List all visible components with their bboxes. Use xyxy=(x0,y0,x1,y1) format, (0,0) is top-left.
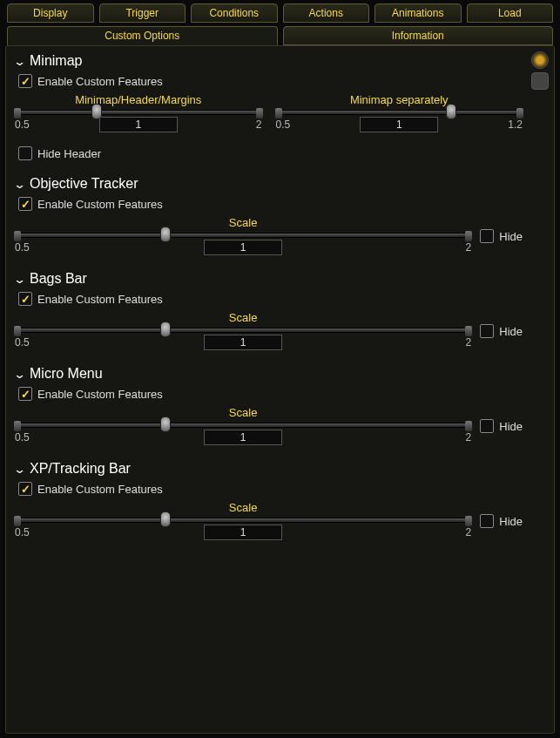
scale-row-micro: Scale 0.5 2 1 Hide xyxy=(15,404,523,445)
slider-value-input[interactable]: 1 xyxy=(99,117,178,132)
scale-row-xp: Scale 0.5 2 1 Hide xyxy=(15,499,523,540)
chevron-down-icon: ⌄ xyxy=(13,368,26,381)
eye-icon[interactable] xyxy=(531,51,549,69)
section-title: Objective Tracker xyxy=(30,176,138,192)
chevron-down-icon: ⌄ xyxy=(13,178,26,191)
tab-animations[interactable]: Animations xyxy=(374,3,462,23)
slider-max: 2 xyxy=(466,526,472,538)
slider-min: 0.5 xyxy=(276,118,291,131)
hide-row-objective: Hide xyxy=(480,229,523,243)
tab-actions[interactable]: Actions xyxy=(283,3,370,23)
hide-header-checkbox[interactable] xyxy=(18,146,32,160)
tab-information[interactable]: Information xyxy=(283,26,554,45)
slider-track[interactable] xyxy=(276,110,523,115)
tab-trigger[interactable]: Trigger xyxy=(99,3,186,23)
tab-display[interactable]: Display xyxy=(7,3,94,23)
hide-label: Hide xyxy=(499,325,523,338)
minimap-sliders: Minimap/Header/Margins 0.5 2 1 Minimap s… xyxy=(15,91,523,132)
chevron-down-icon: ⌄ xyxy=(13,55,26,68)
enable-row-micro: Enable Custom Features xyxy=(18,387,523,401)
slider-track[interactable] xyxy=(15,110,262,115)
section-xp-tracking: ⌄ XP/Tracking Bar Enable Custom Features… xyxy=(15,461,545,540)
section-title: Minimap xyxy=(30,53,82,69)
enable-row-minimap: Enable Custom Features xyxy=(18,74,523,88)
slider-track[interactable] xyxy=(15,518,471,523)
secondary-tabs: Custom Options Information xyxy=(0,23,560,45)
tab-custom-options[interactable]: Custom Options xyxy=(7,26,278,45)
hide-row-micro: Hide xyxy=(480,419,523,433)
scale-row-objective: Scale 0.5 2 1 Hide xyxy=(15,214,523,255)
hide-checkbox-bags[interactable] xyxy=(480,324,494,338)
section-objective-tracker: ⌄ Objective Tracker Enable Custom Featur… xyxy=(15,176,545,255)
enable-checkbox-micro[interactable] xyxy=(18,387,32,401)
section-micro-menu: ⌄ Micro Menu Enable Custom Features Scal… xyxy=(15,366,545,445)
slider-max: 2 xyxy=(256,118,262,131)
slider-label: Minimap separately xyxy=(276,93,523,106)
enable-label: Enable Custom Features xyxy=(37,483,163,496)
section-title: Micro Menu xyxy=(30,366,103,382)
slider-label: Scale xyxy=(15,501,471,514)
panel-side-buttons xyxy=(531,51,549,90)
slider-label: Scale xyxy=(15,311,471,324)
hide-header-label: Hide Header xyxy=(37,147,101,160)
enable-label: Enable Custom Features xyxy=(37,293,163,306)
hide-label: Hide xyxy=(499,515,523,528)
slider-value-input[interactable]: 1 xyxy=(204,525,282,540)
slider-minimap-separately: Minimap separately 0.5 1.2 1 xyxy=(276,91,523,132)
slider-track[interactable] xyxy=(15,423,471,428)
slider-min: 0.5 xyxy=(15,336,30,349)
scale-row-bags: Scale 0.5 2 1 Hide xyxy=(15,309,523,350)
slider-track[interactable] xyxy=(15,233,471,238)
slider-min: 0.5 xyxy=(15,526,30,538)
slider-max: 2 xyxy=(466,241,472,254)
section-minimap: ⌄ Minimap Enable Custom Features Minimap… xyxy=(15,53,545,160)
enable-label: Enable Custom Features xyxy=(37,388,163,401)
slider-label: Minimap/Header/Margins xyxy=(15,93,262,106)
chevron-down-icon: ⌄ xyxy=(13,273,26,286)
hide-label: Hide xyxy=(499,230,523,243)
slider-value-input[interactable]: 1 xyxy=(204,335,282,350)
enable-checkbox-minimap[interactable] xyxy=(18,74,32,88)
section-header-bags[interactable]: ⌄ Bags Bar xyxy=(15,271,523,287)
tab-load[interactable]: Load xyxy=(467,3,554,23)
enable-checkbox-xp[interactable] xyxy=(18,482,32,496)
section-bags-bar: ⌄ Bags Bar Enable Custom Features Scale … xyxy=(15,271,545,350)
enable-checkbox-bags[interactable] xyxy=(18,292,32,306)
enable-label: Enable Custom Features xyxy=(37,198,163,211)
slider-max: 2 xyxy=(466,336,472,349)
slider-value-input[interactable]: 1 xyxy=(204,430,282,445)
chevron-down-icon: ⌄ xyxy=(13,463,26,476)
expand-icon[interactable] xyxy=(531,72,549,90)
enable-checkbox-objective[interactable] xyxy=(18,197,32,211)
slider-max: 1.2 xyxy=(508,118,523,131)
hide-checkbox-xp[interactable] xyxy=(480,514,494,528)
tab-conditions[interactable]: Conditions xyxy=(191,3,278,23)
slider-track[interactable] xyxy=(15,328,471,333)
enable-row-xp: Enable Custom Features xyxy=(18,482,523,496)
slider-min: 0.5 xyxy=(15,431,30,443)
section-header-micro[interactable]: ⌄ Micro Menu xyxy=(15,366,523,382)
slider-label: Scale xyxy=(15,406,471,419)
section-header-xp[interactable]: ⌄ XP/Tracking Bar xyxy=(15,461,523,477)
slider-min: 0.5 xyxy=(15,241,30,254)
slider-value-input[interactable]: 1 xyxy=(360,117,438,132)
section-header-minimap[interactable]: ⌄ Minimap xyxy=(15,53,523,69)
section-header-objective[interactable]: ⌄ Objective Tracker xyxy=(15,176,523,192)
enable-row-bags: Enable Custom Features xyxy=(18,292,523,306)
slider-minimap-margins: Minimap/Header/Margins 0.5 2 1 xyxy=(15,91,262,132)
options-panel: ⌄ Minimap Enable Custom Features Minimap… xyxy=(5,45,555,734)
primary-tabs: Display Trigger Conditions Actions Anima… xyxy=(0,0,560,23)
slider-label: Scale xyxy=(15,216,471,229)
hide-header-row: Hide Header xyxy=(18,146,523,160)
enable-label: Enable Custom Features xyxy=(37,75,163,88)
section-title: XP/Tracking Bar xyxy=(30,461,131,477)
hide-row-bags: Hide xyxy=(480,324,523,338)
hide-label: Hide xyxy=(499,420,523,433)
slider-value-input[interactable]: 1 xyxy=(204,240,282,255)
enable-row-objective: Enable Custom Features xyxy=(18,197,523,211)
section-title: Bags Bar xyxy=(30,271,87,287)
slider-min: 0.5 xyxy=(15,118,30,131)
hide-checkbox-micro[interactable] xyxy=(480,419,494,433)
hide-checkbox-objective[interactable] xyxy=(480,229,494,243)
slider-max: 2 xyxy=(466,431,472,443)
